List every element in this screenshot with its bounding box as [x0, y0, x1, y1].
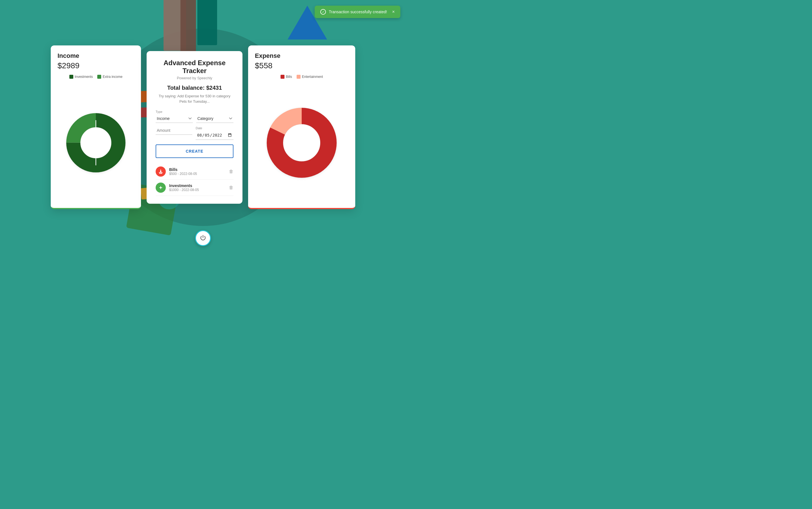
income-donut-svg	[65, 112, 127, 174]
expense-amount: $558	[255, 61, 348, 70]
income-chart	[58, 84, 134, 201]
income-legend-label-2: Extra income	[103, 75, 122, 79]
expense-legend-item-1: Bills	[281, 75, 292, 79]
transaction-list: Bills $500 - 2022-08-05 🗑 Investments $1…	[156, 164, 233, 196]
transaction-detail-investments: $1000 - 2022-08-05	[169, 188, 229, 192]
date-input[interactable]	[196, 131, 233, 140]
date-label: Date	[196, 126, 233, 130]
expense-legend: Bills Entertainment	[255, 75, 348, 79]
income-legend: Investments Extra income	[58, 75, 134, 79]
income-legend-dot-2	[97, 75, 101, 79]
income-legend-label-1: Investments	[75, 75, 93, 79]
income-amount: $2989	[58, 61, 134, 70]
expense-legend-label-2: Entertainment	[302, 75, 323, 79]
toast-check-icon: ✓	[320, 9, 326, 15]
form-group-date: Date	[196, 126, 233, 140]
toast-notification: ✓ Transaction successfully created! ×	[315, 6, 400, 18]
form-group-category: cat Category Bills Investments Extra inc…	[196, 110, 233, 123]
expense-chart	[255, 84, 348, 201]
income-title: Income	[58, 52, 134, 60]
income-legend-item-1: Investments	[69, 75, 93, 79]
expense-legend-dot-2	[297, 75, 301, 79]
create-button[interactable]: CREATE	[156, 144, 233, 158]
expense-legend-dot-1	[281, 75, 285, 79]
form-group-amount	[156, 126, 192, 140]
svg-point-5	[160, 171, 161, 172]
svg-point-6	[160, 187, 161, 188]
hint-text: Try saying: Add Expense for 530 in categ…	[156, 93, 233, 104]
income-card: Income $2989 Investments Extra income	[51, 45, 141, 209]
expense-donut-svg	[264, 105, 340, 181]
transaction-detail-bills: $500 - 2022-08-05	[169, 172, 229, 176]
income-legend-dot-1	[69, 75, 73, 79]
total-balance: Total balance: $2431	[156, 84, 233, 91]
power-button[interactable]	[195, 230, 211, 246]
amount-input[interactable]	[156, 126, 192, 135]
transaction-item-investments: Investments $1000 - 2022-08-05 🗑	[156, 180, 233, 196]
expense-legend-item-2: Entertainment	[297, 75, 323, 79]
main-app-card: Advanced Expense Tracker Powered by Spee…	[147, 51, 243, 204]
svg-point-4	[81, 128, 111, 158]
expense-legend-label-1: Bills	[286, 75, 292, 79]
form-row-type-category: Type Income Expense cat Category Bills I…	[156, 110, 233, 123]
transaction-info-bills: Bills $500 - 2022-08-05	[169, 167, 229, 176]
transaction-name-bills: Bills	[169, 167, 229, 172]
category-select[interactable]: Category Bills Investments Extra income …	[196, 114, 233, 123]
svg-point-9	[283, 125, 320, 161]
form-row-amount-date: Date	[156, 126, 233, 140]
delete-button-investments[interactable]: 🗑	[229, 185, 233, 190]
toast-message: Transaction successfully created!	[329, 9, 387, 14]
expense-title: Expense	[255, 52, 348, 60]
transaction-item-bills: Bills $500 - 2022-08-05 🗑	[156, 164, 233, 180]
type-select[interactable]: Income Expense	[156, 114, 193, 123]
type-label: Type	[156, 110, 193, 113]
income-legend-item-2: Extra income	[97, 75, 122, 79]
transaction-icon-investments	[156, 182, 166, 193]
app-subtitle: Powered by Speechly	[156, 76, 233, 80]
toast-close-button[interactable]: ×	[392, 9, 395, 14]
app-title: Advanced Expense Tracker	[156, 59, 233, 75]
delete-button-bills[interactable]: 🗑	[229, 169, 233, 174]
transaction-info-investments: Investments $1000 - 2022-08-05	[169, 183, 229, 192]
transaction-name-investments: Investments	[169, 183, 229, 188]
form-group-type: Type Income Expense	[156, 110, 193, 123]
expense-card: Expense $558 Bills Entertainment	[248, 45, 355, 209]
transaction-icon-bills	[156, 167, 166, 177]
